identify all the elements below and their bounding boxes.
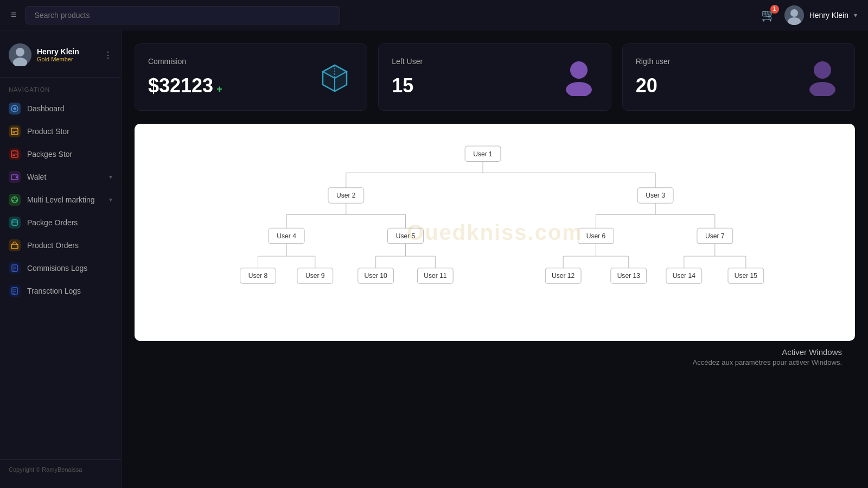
package-orders-icon <box>9 217 21 229</box>
svg-point-17 <box>14 198 16 199</box>
topbar-right: 🛒 1 Henry Klein ▾ <box>761 5 857 25</box>
svg-text:User 10: User 10 <box>365 272 387 280</box>
sidebar-item-commision-logs[interactable]: Commisions Logs <box>0 257 121 280</box>
left-user-card: Left User 15 <box>378 43 611 111</box>
nav-label: Navigation <box>0 86 121 97</box>
svg-rect-12 <box>12 154 17 155</box>
svg-point-38 <box>570 61 588 79</box>
sidebar: Henry Klein Gold Member ⋮ Navigation Das… <box>0 30 122 488</box>
svg-point-18 <box>12 200 14 202</box>
commision-logs-icon <box>9 262 21 274</box>
user-menu[interactable]: Henry Klein ▾ <box>784 5 857 25</box>
sidebar-item-product-orders[interactable]: Product Orders <box>0 234 121 257</box>
sidebar-item-label: Walet <box>27 173 46 181</box>
sidebar-item-label: Packge Orders <box>27 218 78 227</box>
user-name: Henry Klein <box>809 11 848 20</box>
svg-point-4 <box>16 48 24 56</box>
search-input[interactable] <box>25 6 340 24</box>
svg-rect-20 <box>12 220 17 225</box>
commission-value: $32123+ <box>148 74 222 97</box>
left-user-value: 15 <box>392 74 423 97</box>
commission-label: Commision <box>148 57 222 66</box>
cart-button[interactable]: 🛒 1 <box>761 8 776 22</box>
profile-badge: Gold Member <box>37 56 98 62</box>
svg-point-40 <box>814 61 831 79</box>
commission-card: Commision $32123+ <box>135 43 367 111</box>
svg-point-41 <box>809 82 835 96</box>
right-user-info: Rigth user 20 <box>636 57 671 97</box>
chevron-down-icon: ▾ <box>109 196 112 204</box>
tree-container: Ouedkniss.com .node-rect { fill: #fff; s… <box>135 124 855 341</box>
topbar: ≡ 🛒 1 Henry Klein ▾ <box>0 0 868 30</box>
dashboard-icon <box>9 103 21 115</box>
sidebar-item-transaction-logs[interactable]: Transction Logs <box>0 280 121 302</box>
sidebar-item-label: Dashboard <box>27 104 65 113</box>
svg-rect-9 <box>12 131 17 132</box>
right-user-card: Rigth user 20 <box>622 43 855 111</box>
avatar <box>784 5 804 25</box>
svg-point-7 <box>14 107 16 110</box>
svg-text:User 12: User 12 <box>552 272 575 280</box>
svg-text:User 6: User 6 <box>586 232 606 240</box>
cart-badge: 1 <box>770 5 779 14</box>
svg-rect-13 <box>12 155 15 156</box>
sidebar-item-label: Product Stor <box>27 127 69 136</box>
product-stor-icon <box>9 125 21 137</box>
commission-info: Commision $32123+ <box>148 57 222 97</box>
right-user-label: Rigth user <box>636 57 671 66</box>
mlm-icon <box>9 194 21 206</box>
svg-text:User 3: User 3 <box>646 192 665 199</box>
sidebar-item-wallet[interactable]: Walet ▾ <box>0 166 121 188</box>
product-orders-icon <box>9 239 21 251</box>
right-user-icon <box>803 58 841 96</box>
sidebar-footer: Copyright © RamyBenaissa <box>0 459 121 479</box>
svg-text:User 13: User 13 <box>617 272 640 280</box>
sidebar-item-label: Transction Logs <box>27 287 81 295</box>
profile-name: Henry Klein <box>37 47 98 56</box>
svg-text:User 14: User 14 <box>673 272 695 280</box>
chevron-down-icon: ▾ <box>854 11 857 19</box>
left-user-info: Left User 15 <box>392 57 423 97</box>
left-user-label: Left User <box>392 57 423 66</box>
svg-text:User 5: User 5 <box>396 232 416 240</box>
profile-info: Henry Klein Gold Member <box>37 47 98 62</box>
svg-point-39 <box>566 82 592 96</box>
svg-text:User 11: User 11 <box>424 272 446 280</box>
sidebar-item-package-orders[interactable]: Packge Orders <box>0 211 121 234</box>
svg-point-1 <box>790 9 798 17</box>
svg-rect-15 <box>16 176 17 178</box>
transaction-logs-icon <box>9 285 21 297</box>
hamburger-icon[interactable]: ≡ <box>11 9 17 21</box>
avatar <box>9 43 31 66</box>
sidebar-item-label: Packges Stor <box>27 150 72 159</box>
sidebar-item-dashboard[interactable]: Dashboard <box>0 97 121 120</box>
sidebar-item-label: Commisions Logs <box>27 264 87 272</box>
tree-chart: .node-rect { fill: #fff; stroke: #bbb; s… <box>156 140 833 325</box>
sidebar-item-packages-stor[interactable]: Packges Stor <box>0 143 121 166</box>
profile-section: Henry Klein Gold Member ⋮ <box>0 39 121 78</box>
svg-rect-22 <box>11 244 18 249</box>
commission-icon <box>316 58 354 96</box>
windows-title: Activer Windows <box>148 347 842 357</box>
svg-rect-10 <box>12 132 15 134</box>
stats-row: Commision $32123+ <box>135 43 855 111</box>
svg-point-19 <box>16 200 17 202</box>
windows-activation: Activer Windows Accédez aux paramètres p… <box>135 341 855 371</box>
sidebar-item-label: Multi Level markting <box>27 195 95 204</box>
wallet-icon <box>9 171 21 183</box>
svg-text:User 7: User 7 <box>705 232 725 240</box>
svg-text:User 8: User 8 <box>248 272 268 280</box>
svg-text:User 2: User 2 <box>336 192 356 199</box>
profile-dots-icon[interactable]: ⋮ <box>104 50 112 60</box>
topbar-left: ≡ <box>11 6 340 24</box>
sidebar-item-product-stor[interactable]: Product Stor <box>0 120 121 143</box>
right-user-value: 20 <box>636 74 671 97</box>
sidebar-item-mlm[interactable]: Multi Level markting ▾ <box>0 188 121 211</box>
windows-subtitle: Accédez aux paramètres pour activer Wind… <box>148 358 842 366</box>
svg-text:User 15: User 15 <box>735 272 757 280</box>
svg-text:User 9: User 9 <box>305 272 325 280</box>
chevron-down-icon: ▾ <box>109 173 112 181</box>
content-area: Commision $32123+ <box>122 30 868 488</box>
svg-text:User 4: User 4 <box>277 232 296 240</box>
sidebar-item-label: Product Orders <box>27 241 79 250</box>
